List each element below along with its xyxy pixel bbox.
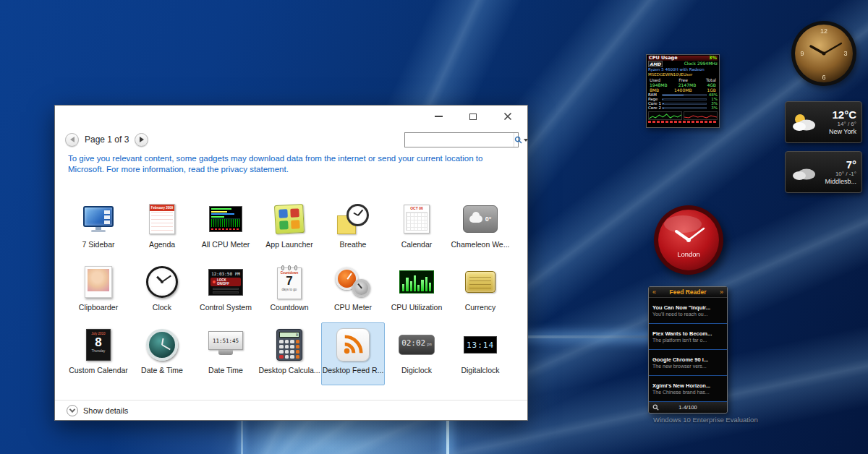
cpu-gadget-header: CPU Usage 3%	[648, 56, 718, 61]
gadget-item-agenda[interactable]: February 2009Agenda	[130, 197, 194, 260]
amd-logo: AMD	[648, 61, 663, 67]
calculator-icon: 0	[269, 327, 310, 363]
gadget-label: Breathe	[340, 240, 367, 249]
digiclock-icon: 02:02pm	[396, 327, 437, 363]
gadget-item-cpu-meter[interactable]: CPU Meter	[321, 260, 385, 322]
cpu-column-headers: Used Free Total	[648, 77, 718, 82]
gadget-item-desktop-feed-r[interactable]: Desktop Feed R...	[321, 322, 385, 385]
clipboarder-icon	[78, 264, 119, 300]
clock-center	[686, 238, 691, 242]
london-clock-label: London	[677, 250, 700, 258]
gadget-item-cpu-utilization[interactable]: CPU Utilization	[385, 260, 448, 322]
analog-clock-gadget[interactable]: 12 3 6 9	[791, 20, 857, 90]
gadget-label: 7 Sidebar	[82, 240, 115, 249]
show-details-button[interactable]	[67, 405, 78, 416]
search-input[interactable]	[405, 134, 514, 146]
cpu-meters: RAM48%Page1%Core 13%Core 23%	[648, 93, 718, 110]
col-free: Free	[678, 77, 688, 82]
gadget-label: Desktop Feed R...	[323, 366, 384, 374]
weather-text: 12°C 14° / 6° New York	[820, 109, 856, 136]
feed-item[interactable]: You Can Now "Inquir...You'll need to rea…	[649, 298, 727, 324]
gadget-item-date-time[interactable]: 11:51:45Date Time	[194, 322, 258, 385]
search-button[interactable]	[514, 133, 528, 147]
feed-prev-arrow[interactable]: «	[652, 289, 656, 296]
gadget-label: Clipboarder	[79, 303, 118, 312]
gadget-item-chameleon-we[interactable]: 0°Chameleon We...	[448, 197, 512, 260]
feed-item-subtitle: You'll need to reach ou...	[652, 311, 723, 317]
feed-item[interactable]: Xgimi's New Horizon...The Chinese brand …	[649, 376, 727, 402]
gadget-label: Currency	[465, 303, 496, 312]
sidebar7-icon	[78, 201, 119, 237]
feed-item[interactable]: Plex Wants to Becom...The platform isn't…	[649, 324, 727, 350]
gadget-item-breathe[interactable]: Breathe	[321, 197, 385, 260]
gadget-item-countdown[interactable]: Countdown7days to goCountdown	[258, 260, 321, 322]
gadget-item-calendar[interactable]: OCT 06Calendar	[385, 197, 448, 260]
gadget-label: CPU Meter	[334, 303, 372, 312]
cpu-gadget-legend	[648, 121, 718, 123]
clock-numeral-6: 6	[822, 74, 825, 81]
feed-items: You Can Now "Inquir...You'll need to rea…	[649, 298, 727, 402]
controlsystem-icon: 12:03:50 PMLOCK ON/OFF	[205, 264, 246, 300]
page-forward-button[interactable]	[135, 133, 148, 147]
gadget-item-desktop-calcula[interactable]: 0Desktop Calcula...	[258, 322, 321, 385]
gadget-item-digiclock[interactable]: 02:02pmDigiclock	[385, 322, 448, 385]
applauncher-icon	[269, 201, 310, 237]
feed-reader-gadget[interactable]: « Feed Reader » You Can Now "Inquir...Yo…	[648, 286, 728, 414]
feed-pagination: 1-4/100	[678, 404, 697, 411]
gadget-gallery-window: Page 1 of 3 To give you relevant content…	[54, 105, 528, 421]
ram-total: 4GB	[707, 82, 716, 87]
gadget-label: Digitalclock	[461, 366, 499, 374]
close-icon	[503, 112, 512, 121]
gadget-item-clipboarder[interactable]: Clipboarder	[67, 260, 130, 322]
datetime-icon: 11:51:45	[205, 327, 246, 363]
cpu-meter-core-2: Core 23%	[648, 106, 718, 110]
window-titlebar[interactable]	[55, 106, 527, 127]
gadget-item-clock[interactable]: Clock	[130, 260, 194, 322]
gadget-label: App Launcher	[265, 240, 312, 249]
cpumeter-icon	[333, 264, 373, 300]
feed-item[interactable]: Google Chrome 90 i...The new browser ver…	[649, 350, 727, 376]
cpu-usage-title: CPU Usage	[649, 56, 678, 61]
breathe-icon	[333, 201, 373, 237]
show-details-label[interactable]: Show details	[83, 406, 128, 415]
gadget-item-all-cpu-meter[interactable]: All CPU Meter	[194, 197, 258, 260]
search-dropdown-icon	[524, 139, 528, 142]
gadget-label: Agenda	[149, 240, 175, 249]
gadget-label: Control System	[200, 303, 252, 312]
gadget-label: Chameleon We...	[451, 240, 510, 249]
cpu-usage-percent: 3%	[709, 56, 717, 61]
minimize-button[interactable]	[429, 110, 448, 123]
feed-reader-footer: 1-4/100	[649, 402, 727, 413]
chameleon-icon: 0°	[460, 201, 501, 237]
close-button[interactable]	[498, 110, 517, 123]
ram-free: 2147MB	[678, 82, 697, 87]
gadget-item-currency[interactable]: Currency	[448, 260, 512, 322]
page-back-button[interactable]	[65, 133, 79, 147]
gadget-label: Clock	[153, 303, 171, 312]
weather-gadget-middlesbrough[interactable]: 7° 10° / -1° Middlesb...	[785, 151, 862, 193]
gadget-item-app-launcher[interactable]: App Launcher	[258, 197, 321, 260]
weather-gadget-new-york[interactable]: 12°C 14° / 6° New York	[785, 101, 862, 143]
feed-search-icon[interactable]	[652, 404, 659, 412]
weather-city: New York	[820, 128, 856, 136]
gadget-label: Desktop Calcula...	[258, 366, 320, 374]
london-clock-gadget[interactable]: London	[653, 205, 724, 278]
windows-watermark: Windows 10 Enterprise Evaluation	[653, 416, 758, 424]
gadget-item-7-sidebar[interactable]: 7 Sidebar	[67, 197, 130, 260]
col-used: Used	[650, 77, 660, 82]
feed-next-arrow[interactable]: »	[720, 289, 723, 296]
gadget-item-digitalclock[interactable]: 13:14Digitalclock	[448, 322, 512, 385]
gadget-label: Custom Calendar	[69, 366, 128, 374]
gadget-item-control-system[interactable]: 12:03:50 PMLOCK ON/OFFControl System	[194, 260, 258, 322]
countdown-icon: Countdown7days to go	[269, 264, 310, 300]
digitalclock-icon: 13:14	[460, 327, 501, 363]
maximize-button[interactable]	[464, 110, 482, 123]
gadget-item-custom-calendar[interactable]: July 20108ThursdayCustom Calendar	[67, 322, 130, 385]
gadget-item-date-time[interactable]: Date & Time	[130, 322, 194, 385]
weather-text: 7° 10° / -1° Middlesb...	[820, 159, 856, 186]
gadget-label: Calendar	[401, 240, 433, 249]
desktop: Page 1 of 3 To give you relevant content…	[0, 0, 868, 454]
page-used: 8MB	[650, 87, 659, 93]
clock-gloss	[664, 215, 702, 233]
cpu-usage-gadget[interactable]: CPU Usage 3% AMD Clock 2994MHz Ryzen 5 4…	[646, 54, 720, 128]
